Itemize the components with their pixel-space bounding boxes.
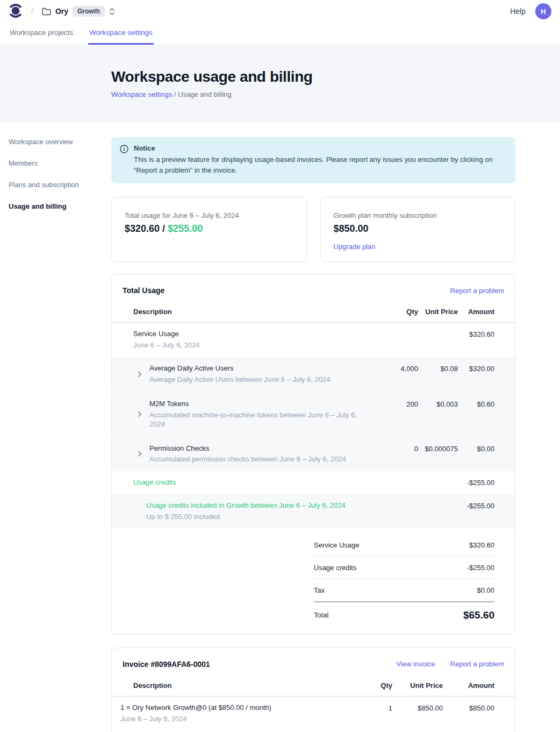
notice-body: This is a preview feature for displaying…	[134, 154, 505, 176]
main-content: Notice This is a preview feature for dis…	[111, 123, 515, 732]
usage-card-title: Total Usage	[123, 286, 164, 295]
view-invoice-link[interactable]: View invoice	[397, 660, 435, 668]
column-description: Description	[133, 681, 344, 690]
plan-badge: Growth	[73, 6, 105, 17]
invoice-title: Invoice #8099AFA6-0001	[123, 660, 210, 669]
breadcrumb-separator: /	[172, 90, 178, 98]
subscription-card: Growth plan monthly subscription $850.00…	[320, 197, 516, 262]
table-row: Permission Checks Accumulated permission…	[112, 437, 515, 472]
table-header: Description Qty Unit Price Amount	[112, 681, 515, 697]
total-usage-label: Total usage for June 6 – July 6, 2024	[125, 211, 293, 219]
table-header: Description Qty Unit Price Amount	[112, 308, 515, 323]
page-title: Workspace usage and billing	[111, 68, 560, 86]
folder-icon	[42, 8, 51, 16]
user-avatar[interactable]: H	[535, 3, 551, 19]
totals-row: Tax $0.00	[314, 579, 494, 602]
tab-workspace-projects[interactable]: Workspace projects	[9, 23, 74, 45]
breadcrumb-current: Usage and billing	[178, 90, 232, 98]
table-row: Usage credits included in Growth between…	[112, 494, 515, 529]
breadcrumb: Workspace settings / Usage and billing	[111, 90, 560, 98]
sidebar-item-plans-subscription[interactable]: Plans and subscription	[9, 181, 111, 189]
settings-sidebar: Workspace overview Members Plans and sub…	[0, 123, 111, 732]
tab-workspace-settings[interactable]: Workspace settings	[88, 23, 154, 45]
chevron-right-icon[interactable]	[135, 410, 144, 418]
invoice-card: Invoice #8099AFA6-0001 View invoice Repo…	[111, 648, 515, 732]
subscription-value: $850.00	[334, 223, 502, 234]
column-unit-price: Unit Price	[418, 308, 458, 316]
breadcrumb-separator: /	[31, 7, 33, 16]
usage-totals: Service Usage $320.60 Usage credits -$25…	[314, 534, 494, 622]
sidebar-item-workspace-overview[interactable]: Workspace overview	[9, 138, 111, 146]
top-bar: / Ory Growth Help H	[0, 0, 560, 23]
column-unit-price: Unit Price	[392, 681, 443, 690]
column-amount: Amount	[458, 308, 494, 316]
total-usage-value: $320.60 / $255.00	[125, 223, 293, 234]
upgrade-plan-link[interactable]: Upgrade plan	[334, 243, 376, 251]
chevron-updown-icon	[109, 8, 115, 16]
column-qty: Qty	[364, 308, 418, 316]
column-description: Description	[133, 308, 364, 316]
subscription-label: Growth plan monthly subscription	[334, 211, 502, 219]
workspace-name: Ory	[55, 7, 68, 16]
ory-logo-icon[interactable]	[9, 3, 23, 20]
report-problem-link[interactable]: Report a problem	[450, 660, 504, 668]
page-header: Workspace usage and billing Workspace se…	[0, 45, 560, 123]
usage-invoice-card: Total Usage Report a problem Description…	[111, 274, 515, 635]
notice-title: Notice	[134, 144, 505, 152]
table-row: Average Daily Active Users Average Daily…	[112, 357, 515, 392]
totals-row: Usage credits -$255.00	[314, 557, 494, 579]
column-qty: Qty	[344, 681, 392, 690]
usage-credit-value: $255.00	[168, 223, 203, 234]
column-amount: Amount	[443, 681, 494, 690]
totals-row: Service Usage $320.60	[314, 534, 494, 557]
table-row: Usage credits -$255.00	[112, 471, 515, 494]
sidebar-item-usage-billing[interactable]: Usage and billing	[9, 202, 111, 210]
grand-total-row: Total $65.60	[314, 602, 494, 622]
breadcrumb-settings-link[interactable]: Workspace settings	[111, 90, 172, 98]
table-row: 1 × Ory Network Growth@0 (at $850.00 / m…	[112, 697, 515, 731]
total-usage-card: Total usage for June 6 – July 6, 2024 $3…	[111, 197, 307, 262]
workspace-tabs: Workspace projects Workspace settings	[0, 23, 560, 45]
info-icon	[120, 144, 128, 176]
chevron-right-icon[interactable]	[135, 370, 144, 379]
workspace-switcher[interactable]: Ory Growth	[42, 6, 115, 17]
report-problem-link[interactable]: Report a problem	[450, 287, 504, 295]
notice-banner: Notice This is a preview feature for dis…	[111, 137, 515, 183]
help-link[interactable]: Help	[510, 7, 526, 16]
sidebar-item-members[interactable]: Members	[9, 159, 111, 167]
table-row: M2M Tokens Accumulated machine-to-machin…	[112, 393, 515, 436]
table-row: Service Usage June 6 – July 6, 2024 $320…	[112, 323, 515, 357]
chevron-right-icon[interactable]	[135, 450, 144, 458]
